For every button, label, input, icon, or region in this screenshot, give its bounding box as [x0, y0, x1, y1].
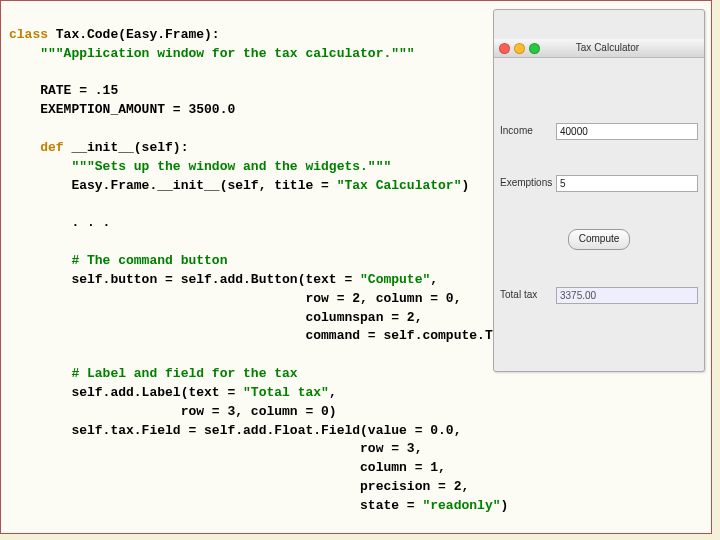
kw-class: class — [9, 27, 48, 42]
taxfield-line: self.tax.Field = self.add.Float.Field(va… — [9, 423, 461, 438]
comment-button: # The command button — [9, 253, 227, 268]
ellipsis: . . . — [9, 215, 110, 230]
taxfield-row: row = 3, — [9, 441, 422, 456]
label-row: row = 3, column = 0) — [9, 404, 337, 419]
rate-line: RATE = .15 — [9, 83, 118, 98]
comment-label: # Label and field for the tax — [9, 366, 298, 381]
titlebar[interactable]: Tax Calculator — [494, 39, 704, 58]
income-label: Income — [500, 124, 556, 139]
docstring-init: """Sets up the window and the widgets.""… — [9, 159, 391, 174]
docstring-class: """Application window for the tax calcul… — [9, 46, 415, 61]
totaltax-field: 3375.00 — [556, 287, 698, 304]
button-line-a: self.button = self.add.Button(text = — [9, 272, 360, 287]
compute-button[interactable]: Compute — [568, 229, 631, 250]
str-title: "Tax Calculator" — [337, 178, 462, 193]
window-body: Income 40000 Exemptions 5 Compute Total … — [494, 87, 704, 342]
button-line-c: , — [430, 272, 438, 287]
row-totaltax: Total tax 3375.00 — [500, 287, 698, 304]
exemption-line: EXEMPTION_AMOUNT = 3500.0 — [9, 102, 235, 117]
zoom-icon[interactable] — [529, 43, 540, 54]
easyframe-call-a: Easy.Frame.__init__(self, title = — [9, 178, 337, 193]
code-listing: class Tax.Code(Easy.Frame): """Applicati… — [0, 0, 712, 534]
str-totaltax: "Total tax" — [243, 385, 329, 400]
button-colspan: columnspan = 2, — [9, 310, 422, 325]
button-command: command = self.compute.Tax) — [9, 328, 516, 343]
taxfield-prec: precision = 2, — [9, 479, 469, 494]
taxfield-col: column = 1, — [9, 460, 446, 475]
row-exemptions: Exemptions 5 — [500, 175, 698, 192]
exemptions-label: Exemptions — [500, 176, 556, 191]
init-sig: __init__(self): — [64, 140, 189, 155]
minimize-icon[interactable] — [514, 43, 525, 54]
totaltax-label: Total tax — [500, 288, 556, 303]
str-readonly: "readonly" — [422, 498, 500, 513]
button-row: row = 2, column = 0, — [9, 291, 461, 306]
taxfield-state-a: state = — [9, 498, 422, 513]
income-field[interactable]: 40000 — [556, 123, 698, 140]
label-line-c: , — [329, 385, 337, 400]
label-line-a: self.add.Label(text = — [9, 385, 243, 400]
row-income: Income 40000 — [500, 123, 698, 140]
row-compute: Compute — [500, 229, 698, 250]
close-icon[interactable] — [499, 43, 510, 54]
window-title: Tax Calculator — [544, 41, 671, 56]
easyframe-call-c: ) — [461, 178, 469, 193]
str-compute: "Compute" — [360, 272, 430, 287]
kw-def: def — [9, 140, 64, 155]
exemptions-field[interactable]: 5 — [556, 175, 698, 192]
taxfield-state-c: ) — [500, 498, 508, 513]
class-decl: Tax.Code(Easy.Frame): — [48, 27, 220, 42]
app-window: Tax Calculator Income 40000 Exemptions 5… — [493, 9, 705, 372]
